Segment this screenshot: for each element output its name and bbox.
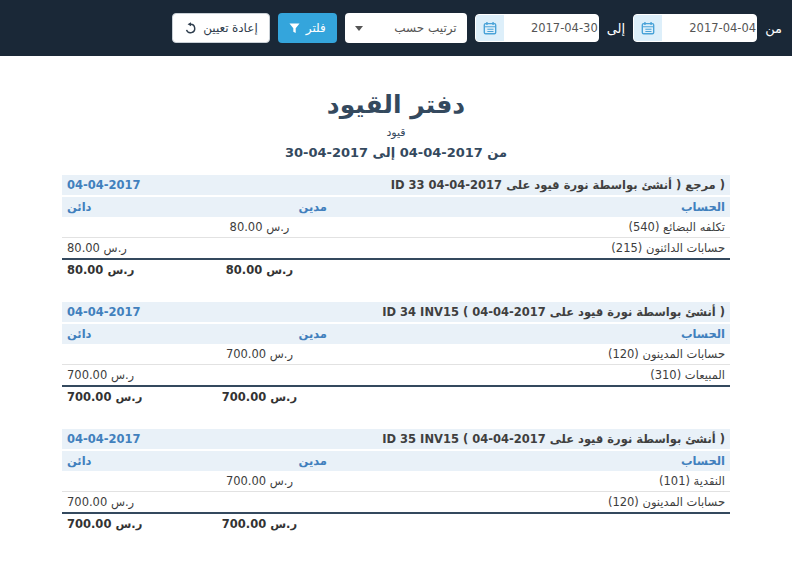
report-header: دفتر القيود قيود من 2017-04-04 إلى 2017-… (0, 90, 792, 160)
page-title: دفتر القيود (0, 90, 792, 119)
journal-row: المبيعات (310) ر.س 700.00 (62, 365, 730, 387)
reset-icon (184, 22, 197, 35)
entry-totals-row: ر.س 80.00 ر.س 80.00 (62, 259, 730, 280)
journal-entry-table: ( أنشئ بواسطة نورة قيود على 2017-04-04 )… (62, 429, 730, 534)
journal-row: حسابات المدينون (120) ر.س 700.00 (62, 492, 730, 514)
filter-toolbar: من 2017-04-04 إلى 2017-04-30 (0, 0, 792, 56)
entry-header-row: ( أنشئ بواسطة نورة قيود على 2017-04-04 )… (62, 429, 730, 450)
total-credit: ر.س 80.00 (62, 259, 187, 280)
total-debit: ر.س 700.00 (187, 386, 332, 407)
entry-date-link[interactable]: 04-04-2017 (62, 175, 187, 196)
entry-header-row: ( مرجع ( أنشئ بواسطة نورة قيود على 2017-… (62, 175, 730, 196)
account-column-header: الحساب (332, 450, 730, 471)
entry-header-note: ( أنشئ بواسطة نورة قيود على 2017-04-04 )… (187, 302, 730, 323)
credit-column-header: دائن (62, 450, 187, 471)
account-cell: تكلفه البضائع (540) (332, 217, 730, 238)
credit-cell (62, 217, 187, 238)
report-subtitle: قيود (0, 126, 792, 139)
page: من 2017-04-04 إلى 2017-04-30 (0, 0, 792, 574)
report-date-range: من 2017-04-04 إلى 2017-04-30 (0, 145, 792, 160)
credit-cell: ر.س 700.00 (62, 492, 187, 514)
entry-header-note: ( مرجع ( أنشئ بواسطة نورة قيود على 2017-… (187, 175, 730, 196)
to-date-value[interactable]: 2017-04-30 (504, 15, 598, 41)
to-label: إلى (607, 21, 625, 36)
journal-row: تكلفه البضائع (540) ر.س 80.00 (62, 217, 730, 238)
total-debit: ر.س 700.00 (187, 513, 332, 534)
account-cell: النقدية (101) (332, 471, 730, 492)
entry-date-link[interactable]: 04-04-2017 (62, 429, 187, 450)
debit-cell (187, 238, 332, 260)
from-date-input[interactable]: 2017-04-04 (633, 14, 757, 42)
to-date-input[interactable]: 2017-04-30 (475, 14, 599, 42)
chevron-down-icon (355, 26, 363, 31)
total-debit: ر.س 80.00 (187, 259, 332, 280)
calendar-icon[interactable] (476, 15, 504, 41)
journal-row: حسابات المدينون (120) ر.س 700.00 (62, 344, 730, 365)
filter-icon (289, 23, 300, 34)
account-cell: حسابات المدينون (120) (332, 344, 730, 365)
journal-row: حسابات الدائنون (215) ر.س 80.00 (62, 238, 730, 260)
entry-totals-row: ر.س 700.00 ر.س 700.00 (62, 386, 730, 407)
journal-entry-table: ( مرجع ( أنشئ بواسطة نورة قيود على 2017-… (62, 175, 730, 280)
column-header-row: الحساب مدين دائن (62, 450, 730, 471)
debit-cell (187, 492, 332, 514)
filter-button[interactable]: فلتر (278, 13, 337, 43)
reset-button[interactable]: إعادة تعيين (172, 13, 270, 43)
total-credit: ر.س 700.00 (62, 513, 187, 534)
account-cell: المبيعات (310) (332, 365, 730, 387)
account-column-header: الحساب (332, 323, 730, 344)
filter-button-label: فلتر (306, 21, 326, 35)
from-label: من (765, 21, 782, 36)
totals-spacer (332, 259, 730, 280)
totals-spacer (332, 513, 730, 534)
sort-by-select[interactable]: ترتيب حسب (345, 13, 467, 43)
calendar-icon[interactable] (634, 15, 662, 41)
entry-header-row: ( أنشئ بواسطة نورة قيود على 2017-04-04 )… (62, 302, 730, 323)
journal-list: ( مرجع ( أنشئ بواسطة نورة قيود على 2017-… (62, 175, 730, 534)
account-cell: حسابات الدائنون (215) (332, 238, 730, 260)
credit-column-header: دائن (62, 323, 187, 344)
debit-cell: ر.س 700.00 (187, 344, 332, 365)
debit-column-header: مدين (187, 323, 332, 344)
column-header-row: الحساب مدين دائن (62, 196, 730, 217)
debit-cell: ر.س 80.00 (187, 217, 332, 238)
column-header-row: الحساب مدين دائن (62, 323, 730, 344)
entry-date-link[interactable]: 04-04-2017 (62, 302, 187, 323)
debit-column-header: مدين (187, 450, 332, 471)
sort-by-value[interactable]: ترتيب حسب (363, 21, 457, 35)
journal-row: النقدية (101) ر.س 700.00 (62, 471, 730, 492)
credit-cell (62, 471, 187, 492)
credit-cell (62, 344, 187, 365)
debit-cell (187, 365, 332, 387)
total-credit: ر.س 700.00 (62, 386, 187, 407)
entry-totals-row: ر.س 700.00 ر.س 700.00 (62, 513, 730, 534)
entry-header-note: ( أنشئ بواسطة نورة قيود على 2017-04-04 )… (187, 429, 730, 450)
account-cell: حسابات المدينون (120) (332, 492, 730, 514)
credit-cell: ر.س 80.00 (62, 238, 187, 260)
debit-column-header: مدين (187, 196, 332, 217)
journal-entry-table: ( أنشئ بواسطة نورة قيود على 2017-04-04 )… (62, 302, 730, 407)
reset-button-label: إعادة تعيين (203, 21, 258, 35)
debit-cell: ر.س 700.00 (187, 471, 332, 492)
totals-spacer (332, 386, 730, 407)
credit-cell: ر.س 700.00 (62, 365, 187, 387)
account-column-header: الحساب (332, 196, 730, 217)
from-date-value[interactable]: 2017-04-04 (662, 15, 756, 41)
credit-column-header: دائن (62, 196, 187, 217)
